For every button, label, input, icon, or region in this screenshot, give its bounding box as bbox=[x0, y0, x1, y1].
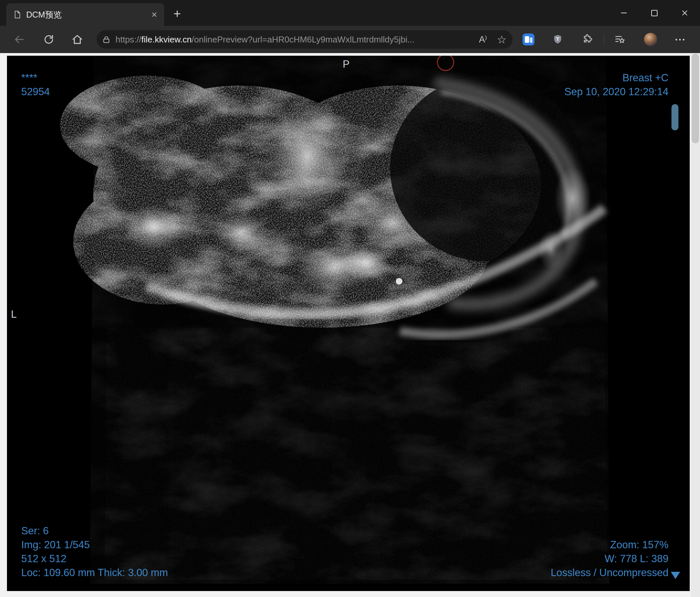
refresh-button[interactable] bbox=[41, 31, 57, 47]
close-icon bbox=[681, 9, 688, 16]
image-index: Img: 201 1/545 bbox=[21, 538, 168, 552]
tab-title: DCM预览 bbox=[26, 9, 148, 20]
overlay-top-left: **** 52954 bbox=[21, 71, 50, 99]
shield-extension-button[interactable]: T bbox=[550, 31, 566, 47]
svg-text:T: T bbox=[556, 36, 559, 42]
patient-name-masked: **** bbox=[21, 71, 50, 85]
extensions-button[interactable] bbox=[579, 31, 595, 47]
minimize-icon bbox=[621, 12, 627, 13]
slice-location: Loc: 109.60 mm Thick: 3.00 mm bbox=[21, 566, 168, 580]
document-icon bbox=[13, 10, 22, 19]
url-text: https://file.kkview.cn/onlinePreview?url… bbox=[116, 34, 476, 45]
close-button[interactable] bbox=[670, 0, 700, 26]
translate-extension-button[interactable] bbox=[521, 31, 536, 47]
read-aloud-icon[interactable]: A) bbox=[479, 34, 487, 45]
shield-extension-icon: T bbox=[552, 33, 564, 46]
arrow-left-icon bbox=[13, 33, 25, 46]
maximize-button[interactable] bbox=[639, 0, 670, 26]
ellipsis-icon bbox=[675, 39, 684, 41]
settings-menu-button[interactable] bbox=[672, 31, 688, 47]
study-description: Breast +C bbox=[564, 71, 669, 85]
tab-strip: DCM预览 × + bbox=[0, 0, 700, 26]
overlay-bottom-right: Zoom: 157% W: 778 L: 389 Lossless / Unco… bbox=[551, 538, 669, 580]
toolbar-divider bbox=[604, 34, 604, 45]
favorites-list-star-icon bbox=[614, 33, 626, 46]
slice-scroll-thumb[interactable] bbox=[672, 104, 678, 130]
orientation-marker-posterior: P bbox=[343, 58, 350, 70]
back-button[interactable] bbox=[11, 31, 27, 47]
image-matrix: 512 x 512 bbox=[21, 552, 168, 566]
compression-info: Lossless / Uncompressed bbox=[551, 566, 669, 580]
minimize-button[interactable] bbox=[608, 0, 639, 26]
series-number: Ser: 6 bbox=[21, 524, 168, 538]
patient-id: 52954 bbox=[21, 85, 50, 99]
page-content: **** 52954 P Breast +C Sep 10, 2020 12:2… bbox=[0, 53, 700, 597]
window-controls bbox=[608, 0, 700, 26]
refresh-icon bbox=[43, 34, 54, 45]
browser-scrollbar[interactable] bbox=[691, 53, 700, 597]
maximize-icon bbox=[651, 10, 657, 16]
blue-extension-icon bbox=[523, 33, 534, 46]
home-button[interactable] bbox=[69, 31, 85, 47]
zoom-level: Zoom: 157% bbox=[551, 538, 669, 552]
mri-image[interactable] bbox=[7, 56, 690, 591]
puzzle-icon bbox=[581, 33, 593, 46]
study-datetime: Sep 10, 2020 12:29:14 bbox=[564, 85, 669, 99]
new-tab-button[interactable]: + bbox=[170, 6, 184, 21]
navigation-toolbar: https://file.kkview.cn/onlinePreview?url… bbox=[0, 26, 700, 53]
tab-close-button[interactable]: × bbox=[148, 8, 161, 21]
overlay-top-right: Breast +C Sep 10, 2020 12:29:14 bbox=[564, 71, 669, 99]
address-bar[interactable]: https://file.kkview.cn/onlinePreview?url… bbox=[97, 30, 512, 49]
dicom-viewer-canvas[interactable]: **** 52954 P Breast +C Sep 10, 2020 12:2… bbox=[7, 56, 690, 591]
profile-avatar[interactable] bbox=[644, 33, 657, 46]
overlay-bottom-left: Ser: 6 Img: 201 1/545 512 x 512 Loc: 109… bbox=[21, 524, 168, 580]
url-domain: file.kkview.cn bbox=[141, 34, 192, 45]
browser-scrollbar-thumb[interactable] bbox=[692, 54, 699, 143]
favorite-star-icon[interactable]: ☆ bbox=[497, 34, 506, 45]
slice-scroll-down-arrow[interactable] bbox=[671, 572, 680, 579]
home-icon bbox=[71, 33, 83, 46]
orientation-marker-left: L bbox=[11, 308, 17, 320]
lock-icon[interactable] bbox=[102, 35, 111, 44]
window-level: W: 778 L: 389 bbox=[551, 552, 669, 566]
browser-tab[interactable]: DCM预览 × bbox=[6, 3, 164, 26]
favorites-hub-button[interactable] bbox=[612, 31, 628, 47]
